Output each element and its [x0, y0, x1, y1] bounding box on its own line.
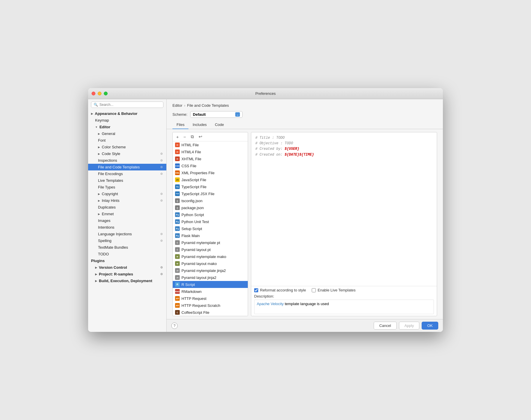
sidebar-item-plugins[interactable]: Plugins: [88, 257, 166, 264]
sidebar-item-keymap[interactable]: Keymap: [88, 117, 166, 124]
file-icon: Py: [175, 212, 180, 217]
sidebar-item-file-types[interactable]: File Types: [88, 184, 166, 191]
list-item[interactable]: H XHTML File: [173, 155, 248, 162]
sidebar-item-font[interactable]: Font: [88, 137, 166, 144]
list-item[interactable]: J2 Pyramid mytemplate jinja2: [173, 267, 248, 274]
file-name: Python Unit Test: [181, 220, 209, 224]
sidebar-item-label: Plugins: [91, 259, 105, 263]
file-icon: API: [175, 303, 180, 308]
list-item[interactable]: TSX TypeScript JSX File: [173, 190, 248, 197]
close-button[interactable]: [92, 92, 95, 95]
list-item[interactable]: {} package.json: [173, 204, 248, 211]
list-item[interactable]: Py Flask Main: [173, 232, 248, 239]
file-icon: {}: [175, 205, 180, 210]
sidebar-item-build[interactable]: ▶ Build, Execution, Deployment: [88, 277, 166, 284]
sidebar-item-vcs[interactable]: ▶ Version Control ⚙: [88, 264, 166, 271]
sidebar-item-color-scheme[interactable]: ▶ Color Scheme: [88, 144, 166, 150]
sidebar-item-label: Emmet: [102, 212, 114, 216]
cancel-button[interactable]: Cancel: [374, 322, 396, 330]
live-templates-checkbox[interactable]: [312, 288, 316, 292]
tab-code[interactable]: Code: [211, 121, 228, 129]
list-item[interactable]: CSS CSS File: [173, 162, 248, 169]
file-list-panel: + − ⧉ ↩ H HTML File H HTML4 File: [172, 132, 248, 316]
search-input[interactable]: [99, 103, 161, 107]
list-item[interactable]: M Pyramid layout mako: [173, 260, 248, 267]
file-icon: H: [175, 150, 180, 154]
reset-button[interactable]: ↩: [197, 134, 204, 140]
list-item[interactable]: API HTTP Request: [173, 295, 248, 302]
chevron-right-icon: ▶: [95, 266, 97, 269]
bottom-bar: ? Cancel Apply OK: [167, 319, 443, 332]
code-editor[interactable]: # Title : TODO # Objective : TODO # Crea…: [251, 132, 437, 286]
sidebar-item-file-encodings[interactable]: File Encodings ⚙: [88, 170, 166, 177]
sidebar-item-label: Inlay Hints: [102, 198, 120, 203]
sidebar-item-duplicates[interactable]: Duplicates: [88, 204, 166, 211]
gear-icon: ⚙: [160, 152, 163, 155]
scheme-dropdown[interactable]: Default ⌄: [190, 111, 243, 118]
sidebar-item-intentions[interactable]: Intentions: [88, 224, 166, 231]
file-icon: CSS: [175, 163, 180, 168]
list-item[interactable]: {} tsconfig.json: [173, 197, 248, 204]
sidebar-item-copyright[interactable]: ▶ Copyright ⚙: [88, 191, 166, 197]
sidebar-item-todo[interactable]: TODO: [88, 251, 166, 257]
add-button[interactable]: +: [175, 134, 180, 140]
sidebar-item-editor[interactable]: ▼ Editor: [88, 124, 166, 130]
sidebar-item-emmet[interactable]: ▶ Emmet: [88, 211, 166, 217]
sidebar-item-spelling[interactable]: Spelling ⚙: [88, 237, 166, 244]
apply-button[interactable]: Apply: [399, 322, 420, 330]
list-item[interactable]: Py Python Script: [173, 211, 248, 218]
copy-button[interactable]: ⧉: [190, 134, 195, 140]
search-box[interactable]: 🔍: [91, 102, 163, 108]
sidebar-item-file-templates[interactable]: File and Code Templates ⚙: [88, 164, 166, 170]
list-item[interactable]: C CoffeeScript File: [173, 309, 248, 316]
file-name: Setup Script: [181, 227, 202, 231]
file-icon: J2: [175, 275, 180, 280]
list-item[interactable]: H HTML File: [173, 141, 248, 148]
file-name: Pyramid mytemplate pt: [181, 241, 220, 245]
remove-button[interactable]: −: [182, 134, 187, 140]
chevron-right-icon: ▶: [91, 112, 93, 115]
file-name: XHTML File: [181, 157, 201, 161]
sidebar-item-inspections[interactable]: Inspections ⚙: [88, 157, 166, 164]
sidebar-item-label: Language Injections: [98, 232, 132, 236]
sidebar-item-code-style[interactable]: ▶ Code Style ⚙: [88, 150, 166, 157]
sidebar-item-appearance[interactable]: ▶ Appearance & Behavior: [88, 110, 166, 117]
sidebar-item-inlay-hints[interactable]: ▶ Inlay Hints ⚙: [88, 197, 166, 204]
tab-includes[interactable]: Includes: [188, 121, 211, 129]
breadcrumb: Editor › File and Code Templates: [167, 99, 443, 110]
dropdown-arrow-icon: ⌄: [235, 112, 240, 117]
sidebar-item-live-templates[interactable]: Live Templates: [88, 177, 166, 184]
file-name: HTML4 File: [181, 150, 201, 154]
file-name: R Script: [181, 282, 195, 287]
list-item[interactable]: XML XML Properties File: [173, 169, 248, 176]
list-item[interactable]: Py Setup Script: [173, 225, 248, 232]
sidebar-item-general[interactable]: ▶ General: [88, 130, 166, 137]
sidebar-item-label: Build, Execution, Deployment: [99, 279, 152, 283]
list-item[interactable]: H HTML4 File: [173, 148, 248, 155]
sidebar-item-language-injections[interactable]: Language Injections ⚙: [88, 231, 166, 237]
description-link[interactable]: Apache Velocity: [257, 302, 284, 306]
list-item[interactable]: JS JavaScript File: [173, 176, 248, 183]
file-icon: {}: [175, 198, 180, 203]
ok-button[interactable]: OK: [422, 322, 438, 330]
sidebar-item-textmate[interactable]: TextMate Bundles: [88, 244, 166, 251]
list-item[interactable]: J2 Pyramid layout jinja2: [173, 274, 248, 281]
list-item[interactable]: API HTTP Request Scratch: [173, 302, 248, 309]
list-item[interactable]: TS TypeScript File: [173, 183, 248, 190]
list-item[interactable]: C Pyramid layout pt: [173, 246, 248, 253]
sidebar-item-project[interactable]: ▶ Project: R-samples ⚙: [88, 271, 166, 277]
minimize-button[interactable]: [98, 92, 101, 95]
help-button[interactable]: ?: [171, 323, 178, 329]
list-item[interactable]: R R Script: [173, 281, 248, 288]
sidebar-item-images[interactable]: Images: [88, 217, 166, 224]
list-item[interactable]: C Pyramid mytemplate pt: [173, 239, 248, 246]
tab-files[interactable]: Files: [172, 121, 188, 129]
gear-icon: ⚙: [160, 192, 163, 195]
list-item[interactable]: Py Python Unit Test: [173, 218, 248, 225]
scheme-row: Scheme: Default ⌄: [167, 110, 443, 121]
reformat-checkbox[interactable]: [254, 288, 258, 292]
list-item[interactable]: M Pyramid mytemplate mako: [173, 253, 248, 260]
content: 🔍 ▶ Appearance & Behavior Keymap ▼ Edito…: [88, 99, 443, 332]
maximize-button[interactable]: [104, 92, 108, 95]
list-item[interactable]: RMD RMarkdown: [173, 288, 248, 295]
